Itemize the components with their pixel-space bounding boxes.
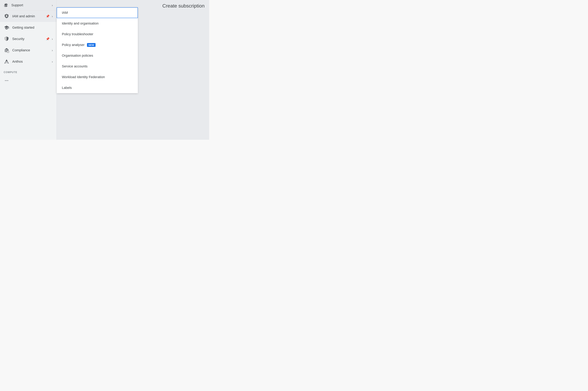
svg-marker-6: [5, 60, 8, 62]
iam-dropdown-menu: IAM Identity and organisation Policy tro…: [57, 7, 138, 93]
getting-started-icon: [4, 25, 9, 30]
dropdown-item-identity-organisation-label: Identity and organisation: [62, 21, 99, 25]
chevron-right-icon-anthos: ›: [52, 60, 53, 63]
dropdown-item-policy-troubleshooter-label: Policy troubleshooter: [62, 32, 93, 36]
chevron-right-icon-security: ›: [52, 37, 53, 41]
sidebar-item-more[interactable]: [0, 75, 57, 86]
svg-point-7: [5, 80, 6, 81]
iam-admin-icon: [4, 13, 9, 19]
security-icon: [4, 36, 9, 42]
pin-icon-security: 📌: [46, 37, 50, 41]
dropdown-item-iam-label: IAM: [62, 11, 68, 15]
sidebar-item-iam-admin[interactable]: IAM and admin 📌 ›: [0, 10, 57, 22]
dropdown-item-iam[interactable]: IAM: [57, 7, 138, 18]
dropdown-item-organisation-policies[interactable]: Organisation policies: [57, 50, 138, 61]
sidebar-item-label-iam-admin: IAM and admin: [12, 14, 46, 18]
create-subscription-title: Create subscription: [162, 3, 205, 9]
more-icon: [4, 78, 9, 84]
dropdown-item-workload-identity-label: Workload Identity Federation: [62, 75, 105, 79]
compliance-icon: [4, 47, 9, 53]
dropdown-item-labels[interactable]: Labels: [57, 83, 138, 93]
dropdown-item-policy-troubleshooter[interactable]: Policy troubleshooter: [57, 29, 138, 40]
sidebar-item-label-support: Support: [11, 3, 52, 7]
new-badge: NEW: [87, 43, 96, 47]
right-panel: Create subscription IAM Identity and org…: [57, 0, 209, 140]
dropdown-item-policy-analyser[interactable]: Policy analyser NEW: [57, 40, 138, 50]
compute-section-label: COMPUTE: [0, 67, 57, 75]
svg-point-3: [6, 16, 7, 16]
svg-point-8: [6, 80, 7, 81]
dropdown-item-labels-label: Labels: [62, 86, 72, 90]
sidebar-item-label-anthos: Anthos: [12, 60, 52, 64]
sidebar-item-support[interactable]: Support ›: [0, 0, 57, 10]
sidebar-item-label-security: Security: [12, 37, 46, 41]
dropdown-item-policy-analyser-label: Policy analyser: [62, 43, 84, 47]
chevron-right-icon: ›: [52, 3, 53, 7]
dropdown-item-service-accounts-label: Service accounts: [62, 64, 88, 68]
chevron-right-icon-iam: ›: [52, 14, 53, 18]
dropdown-item-service-accounts[interactable]: Service accounts: [57, 61, 138, 72]
sidebar-item-anthos[interactable]: Anthos ›: [0, 56, 57, 67]
dropdown-item-workload-identity[interactable]: Workload Identity Federation: [57, 72, 138, 83]
sidebar-item-label-compliance: Compliance: [12, 48, 52, 52]
pin-icon-iam: 📌: [46, 14, 50, 18]
dropdown-item-identity-organisation[interactable]: Identity and organisation: [57, 18, 138, 29]
sidebar-item-compliance[interactable]: Compliance ›: [0, 45, 57, 56]
svg-point-9: [7, 80, 8, 81]
sidebar-item-security[interactable]: Security 📌 ›: [0, 33, 57, 45]
chevron-right-icon-compliance: ›: [52, 49, 53, 52]
left-navigation-panel: Support › IAM and admin 📌 › Getting star…: [0, 0, 57, 140]
support-icon: [4, 3, 8, 8]
sidebar-item-getting-started[interactable]: Getting started: [0, 22, 57, 33]
anthos-icon: [4, 59, 9, 65]
dropdown-item-organisation-policies-label: Organisation policies: [62, 54, 93, 58]
sidebar-item-label-getting-started: Getting started: [12, 26, 53, 30]
